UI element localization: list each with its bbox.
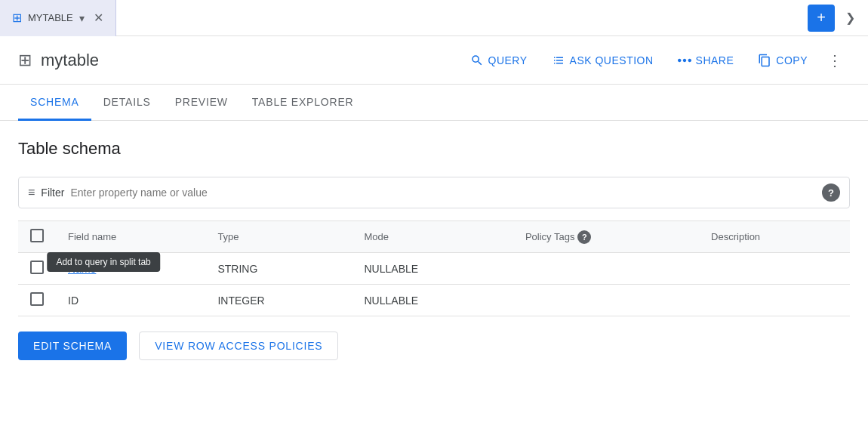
header-policytags: Policy Tags ? [513,221,699,253]
tab-preview[interactable]: PREVIEW [163,85,240,121]
tab-bar: ⊞ MYTABLE ▾ ✕ + ❯ [0,0,868,36]
filter-input[interactable] [70,187,816,199]
schema-table: Field name Add to query in split tab Typ… [18,220,850,316]
header-type: Type [205,221,352,253]
table-header-row: Field name Add to query in split tab Typ… [18,221,850,253]
row-id-checkbox[interactable] [30,292,44,306]
policy-tags-header: Policy Tags ? [525,230,592,244]
row-name-type: STRING [205,253,352,285]
ask-question-icon [552,54,565,67]
row-id-type: INTEGER [205,285,352,316]
tab-actions: + ❯ [808,5,868,32]
row-id-mode: NULLABLE [352,285,513,316]
footer-actions: EDIT SCHEMA VIEW ROW ACCESS POLICIES [0,316,868,375]
query-label: QUERY [488,54,528,66]
row-name-checkbox-cell [18,253,56,285]
header-row: ⊞ mytable QUERY ASK QUESTION SHARE COPY … [0,36,868,85]
query-button[interactable]: QUERY [458,48,540,73]
tab-schema[interactable]: SCHEMA [18,85,91,121]
tab-details[interactable]: DETAILS [91,85,163,121]
policy-tags-help-icon[interactable]: ? [577,230,591,244]
tab-close-icon[interactable]: ✕ [94,11,103,25]
row-name-field: Name [56,253,205,285]
more-tabs-button[interactable]: ❯ [838,6,862,30]
header-checkbox-cell [18,221,56,253]
row-name-policytags [513,253,699,285]
copy-icon [758,54,771,67]
fieldname-tooltip-container: Field name Add to query in split tab [68,231,116,242]
nav-tabs: SCHEMA DETAILS PREVIEW TABLE EXPLORER [0,85,868,121]
header-actions: QUERY ASK QUESTION SHARE COPY ⋮ [458,45,851,76]
add-tab-button[interactable]: + [808,5,835,32]
header-checkbox[interactable] [30,229,44,242]
copy-button[interactable]: COPY [746,48,820,73]
tab-name-label: MYTABLE [28,12,73,23]
filter-label: Filter [41,187,64,199]
tab-table-explorer[interactable]: TABLE EXPLORER [240,85,366,121]
edit-schema-button[interactable]: EDIT SCHEMA [18,332,127,360]
share-button[interactable]: SHARE [666,48,746,73]
tab-chevron-icon[interactable]: ▾ [79,12,85,24]
header-table-icon: ⊞ [18,51,32,70]
table-row: Name STRING NULLABLE [18,253,850,285]
view-row-access-button[interactable]: VIEW ROW ACCESS POLICIES [139,332,338,360]
row-id-checkbox-cell [18,285,56,316]
header-title: mytable [41,51,99,70]
filter-help-button[interactable]: ? [822,183,840,202]
more-options-button[interactable]: ⋮ [820,45,850,76]
row-name-link[interactable]: Name [68,263,96,275]
row-id-description [699,285,850,316]
share-icon [678,54,691,67]
filter-bar: ≡ Filter ? [18,177,850,208]
row-name-description [699,253,850,285]
header-mode: Mode [352,221,513,253]
header-fieldname: Field name Add to query in split tab [56,221,205,253]
copy-label: COPY [776,54,808,66]
ask-question-label: ASK QUESTION [570,54,654,66]
table-tab-icon: ⊞ [12,11,22,25]
tab-mytable[interactable]: ⊞ MYTABLE ▾ ✕ [0,0,116,36]
table-body: Name STRING NULLABLE ID INTEGER NULLABLE [18,253,850,316]
row-name-mode: NULLABLE [352,253,513,285]
main-content: Table schema ≡ Filter ? Field name Add t… [0,121,868,316]
section-title: Table schema [18,139,850,159]
query-icon [470,54,484,67]
table-row: ID INTEGER NULLABLE [18,285,850,316]
row-name-checkbox[interactable] [30,261,44,274]
share-label: SHARE [696,54,734,66]
row-id-field: ID [56,285,205,316]
header-description: Description [699,221,850,253]
row-id-policytags [513,285,699,316]
ask-question-button[interactable]: ASK QUESTION [540,48,666,73]
filter-icon: ≡ [28,186,35,199]
